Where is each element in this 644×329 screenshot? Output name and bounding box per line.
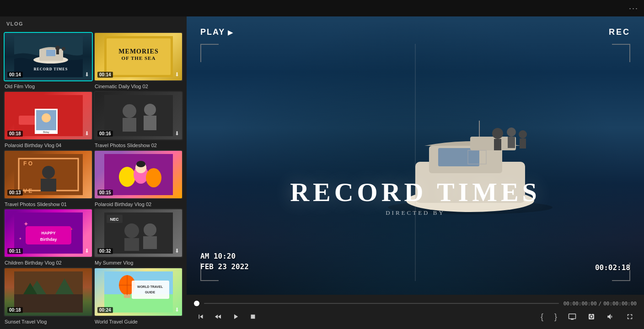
thumb-world-travel[interactable]: WORLD TRAVEL GUIDE 00:24 ⬇ World Travel …: [94, 267, 183, 325]
left-panel: VLOG: [0, 16, 187, 329]
play-text: PLAY: [200, 27, 225, 37]
svg-text:NEC: NEC: [110, 217, 119, 222]
thumb-polaroid-birthday-02[interactable]: 00:15 Polaroid Birthday Vlog 02: [94, 150, 183, 208]
more-options-button[interactable]: ···: [629, 4, 639, 13]
stop-button[interactable]: [246, 311, 260, 323]
thumb-label-polaroid-04: Polaroid Birthday Vlog 04: [4, 140, 93, 149]
svg-rect-75: [508, 137, 515, 148]
thumb-download-children-bday[interactable]: ⬇: [85, 248, 89, 254]
thumb-travel-photos-02[interactable]: 00:16 ⬇ Travel Photos Slideshow 02: [94, 91, 183, 149]
thumb-download-world-travel[interactable]: ⬇: [175, 307, 179, 313]
thumb-download-old-film[interactable]: ⬇: [85, 71, 89, 78]
camera-button[interactable]: [585, 311, 598, 323]
volume-button[interactable]: [604, 311, 617, 323]
monitor-icon: [568, 313, 576, 321]
record-times-overlay: RECORD TIMES DIRECTED BY: [290, 177, 541, 217]
thumb-travel-photos-01[interactable]: F O V E 00:13 Travel Photos Slideshow 01: [4, 150, 93, 208]
corner-tl: [200, 44, 219, 62]
play-button[interactable]: [229, 311, 242, 323]
time-separator: /: [599, 301, 602, 307]
progress-track[interactable]: [204, 303, 559, 304]
svg-rect-49: [143, 236, 157, 249]
svg-point-22: [144, 104, 156, 116]
play-button-icon: [231, 313, 240, 321]
play-label[interactable]: PLAY ▶: [200, 27, 234, 37]
thumb-label-travel-02: Travel Photos Slideshow 02: [94, 140, 183, 149]
svg-rect-63: [132, 281, 169, 299]
preview-area: PLAY ▶ REC RECORD TIMES DIRECTED BY: [187, 16, 644, 295]
thumb-sunset-travel[interactable]: 00:18 Sunset Travel Vlog: [4, 267, 93, 325]
top-bar: ···: [0, 0, 644, 16]
controls-right: { }: [538, 310, 637, 324]
out-point-button[interactable]: }: [552, 310, 560, 324]
main-layout: VLOG: [0, 16, 644, 329]
thumb-download-summer[interactable]: ⬇: [175, 248, 179, 254]
svg-text:Birthday: Birthday: [40, 237, 57, 242]
svg-rect-55: [14, 294, 83, 313]
thumb-time-polaroid-02: 00:15: [97, 190, 113, 196]
crosshair-vertical: [415, 44, 416, 281]
svg-text:Bday: Bday: [43, 131, 49, 133]
skip-back-button[interactable]: [194, 311, 208, 323]
thumb-cinematic-daily-vlog-02[interactable]: MEMORIES OF THE SEA 00:14 ⬇ Cinematic Da…: [94, 32, 183, 90]
timestamp-time: AM 10:20: [200, 251, 249, 261]
svg-rect-5: [56, 50, 59, 54]
svg-text:HAPPY: HAPPY: [41, 231, 55, 235]
svg-rect-13: [19, 116, 37, 125]
in-point-button[interactable]: {: [538, 310, 546, 324]
svg-point-48: [144, 223, 156, 236]
rec-label: REC: [609, 27, 630, 37]
controls-left: [194, 311, 260, 323]
control-bar: 00:00:00:00 / 00:00:00:00: [187, 295, 644, 329]
svg-point-17: [42, 113, 51, 122]
video-preview: PLAY ▶ REC RECORD TIMES DIRECTED BY: [187, 16, 644, 295]
svg-point-20: [123, 104, 136, 118]
monitor-button[interactable]: [565, 311, 579, 323]
timestamp-overlay: AM 10:20 FEB 23 2022: [200, 251, 249, 272]
thumb-old-film-vlog[interactable]: RECORD TIMES 00:14 ⬇ Old Film Vlog: [4, 32, 93, 90]
thumb-time-children-bday: 00:11: [7, 248, 23, 254]
thumb-summer-vlog[interactable]: NEC 00:32 ⬇ My Summer Vlog: [94, 208, 183, 266]
thumb-time-polaroid-04: 00:18: [7, 131, 23, 137]
svg-text:GUIDE: GUIDE: [145, 291, 155, 294]
progress-handle[interactable]: [194, 301, 199, 306]
thumb-time-travel-01: 00:13: [7, 190, 23, 196]
thumb-download-travel-02[interactable]: ⬇: [175, 130, 179, 137]
svg-text:F O: F O: [23, 160, 32, 167]
thumb-time-sunset: 00:18: [7, 307, 23, 313]
thumb-label-sunset: Sunset Travel Vlog: [4, 317, 93, 325]
svg-rect-21: [123, 118, 136, 132]
frame-back-icon: [214, 313, 222, 321]
record-times-title: RECORD TIMES: [290, 177, 541, 207]
thumb-download-memories[interactable]: ⬇: [175, 71, 179, 78]
thumb-children-birthday-02[interactable]: ✦ ✦ ✦ HAPPY Birthday 00:11 ⬇ Children Bi…: [4, 208, 93, 266]
svg-point-76: [519, 130, 527, 138]
volume-icon: [606, 313, 615, 321]
thumb-polaroid-birthday-04[interactable]: Bday 00:18 ⬇ Polaroid Birthday Vlog 04: [4, 91, 93, 149]
fullscreen-button[interactable]: [623, 311, 637, 323]
stop-icon: [249, 313, 257, 321]
section-label: VLOG: [0, 16, 187, 30]
thumb-download-polaroid-04[interactable]: ⬇: [85, 130, 89, 137]
timecode-overlay: 00:02:18: [595, 263, 630, 272]
frame-back-button[interactable]: [211, 311, 225, 323]
thumb-time-travel-02: 00:16: [97, 131, 113, 137]
svg-text:V E: V E: [23, 188, 32, 194]
svg-rect-19: [104, 95, 173, 136]
controls-row: { }: [194, 310, 637, 324]
time-display: 00:00:00:00 / 00:00:00:00: [564, 301, 637, 307]
skip-back-icon: [197, 313, 205, 321]
current-time: 00:00:00:00: [564, 301, 597, 307]
svg-rect-70: [438, 148, 479, 166]
svg-rect-27: [41, 179, 56, 191]
svg-point-6: [62, 47, 65, 51]
svg-rect-73: [494, 139, 501, 150]
thumb-label-old-film: Old Film Vlog: [4, 81, 93, 90]
svg-rect-47: [124, 238, 139, 251]
directed-by-text: DIRECTED BY: [290, 209, 541, 217]
thumbnails-grid: RECORD TIMES 00:14 ⬇ Old Film Vlog MEMOR: [0, 30, 187, 329]
svg-point-46: [124, 223, 139, 238]
thumb-label-memories: Cinematic Daily Vlog 02: [94, 81, 183, 90]
svg-point-26: [42, 166, 55, 179]
svg-rect-40: [26, 226, 71, 244]
